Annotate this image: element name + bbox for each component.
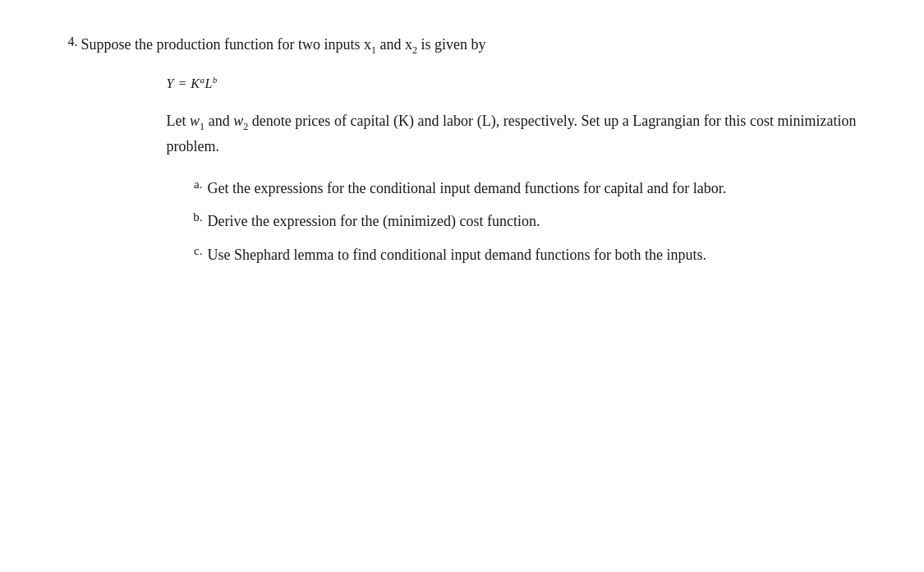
subquestion-a: a. Get the expressions for the condition… <box>183 177 857 201</box>
question-intro-text: Suppose the production function for two … <box>81 33 486 58</box>
sub-letter-c: c. <box>183 243 203 258</box>
let-text: Let w1 and w2 denote prices of capital (… <box>167 109 857 159</box>
sup-b: b <box>213 75 218 85</box>
sub-letter-b: b. <box>183 210 203 224</box>
w2-subscript: 2 <box>243 121 248 132</box>
question-number: 4. <box>68 33 78 49</box>
question-container: 4. Suppose the production function for t… <box>68 33 857 267</box>
w1-subscript: 1 <box>200 121 205 132</box>
sub-text-a: Get the expressions for the conditional … <box>208 177 857 201</box>
sub-text-b: Derive the expression for the (minimized… <box>208 210 857 233</box>
subquestion-c: c. Use Shephard lemma to find conditiona… <box>183 243 857 267</box>
let-paragraph: Let w1 and w2 denote prices of capital (… <box>117 109 857 267</box>
subquestion-b: b. Derive the expression for the (minimi… <box>183 210 857 233</box>
sub-letter-a: a. <box>183 177 203 191</box>
sub-text-c: Use Shephard lemma to find conditional i… <box>208 243 857 267</box>
x1-subscript: 1 <box>371 44 376 56</box>
formula-block: Y = KaLb <box>167 75 857 91</box>
formula-text: Y = KaLb <box>167 76 218 90</box>
x2-subscript: 2 <box>412 44 417 56</box>
subquestions-list: a. Get the expressions for the condition… <box>183 177 857 267</box>
question-header: 4. Suppose the production function for t… <box>68 33 857 58</box>
